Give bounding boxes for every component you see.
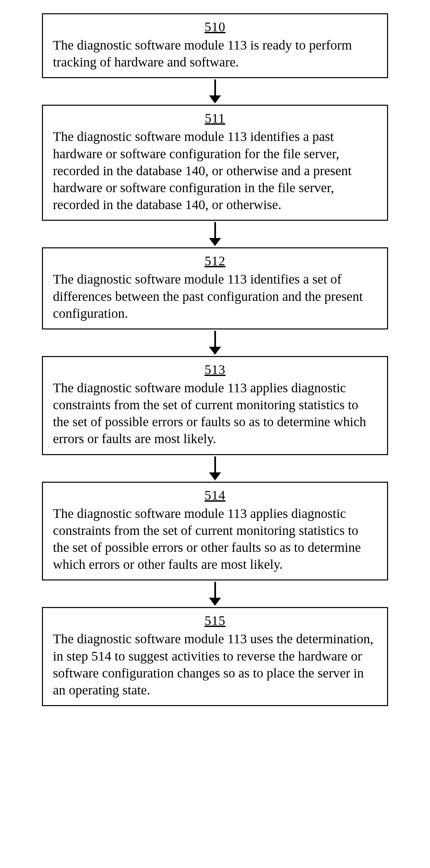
step-box-515: 515 The diagnostic software module 113 u… xyxy=(42,607,388,706)
arrow-down-icon xyxy=(209,582,221,606)
arrow-down-icon xyxy=(209,331,221,355)
step-number: 514 xyxy=(53,487,377,503)
arrow-down-icon xyxy=(209,457,221,480)
step-text: The diagnostic software module 113 appli… xyxy=(53,505,377,573)
step-text: The diagnostic software module 113 ident… xyxy=(53,271,377,322)
step-text: The diagnostic software module 113 ident… xyxy=(53,128,377,213)
step-box-513: 513 The diagnostic software module 113 a… xyxy=(42,356,388,455)
step-box-512: 512 The diagnostic software module 113 i… xyxy=(42,247,388,330)
step-box-510: 510 The diagnostic software module 113 i… xyxy=(42,13,388,78)
step-number: 515 xyxy=(53,613,377,628)
step-box-514: 514 The diagnostic software module 113 a… xyxy=(42,482,388,581)
step-number: 510 xyxy=(53,19,377,35)
step-number: 511 xyxy=(53,111,377,126)
flowchart: 510 The diagnostic software module 113 i… xyxy=(32,13,398,706)
arrow-down-icon xyxy=(209,222,221,246)
step-text: The diagnostic software module 113 appli… xyxy=(53,379,377,447)
arrow-down-icon xyxy=(209,80,221,103)
step-text: The diagnostic software module 113 is re… xyxy=(53,37,377,70)
step-number: 513 xyxy=(53,362,377,377)
step-box-511: 511 The diagnostic software module 113 i… xyxy=(42,105,388,221)
step-number: 512 xyxy=(53,253,377,269)
step-text: The diagnostic software module 113 uses … xyxy=(53,630,377,699)
